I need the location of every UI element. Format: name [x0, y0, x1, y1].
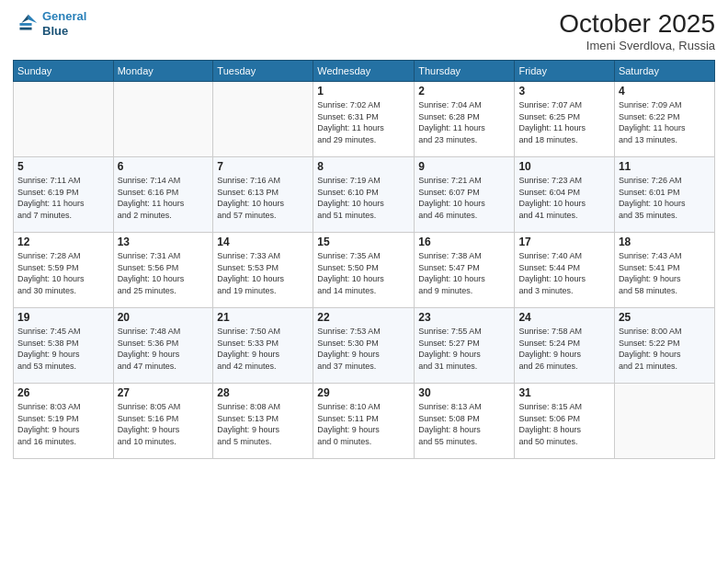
month-title: October 2025	[559, 9, 715, 39]
table-row: 17Sunrise: 7:40 AM Sunset: 5:44 PM Dayli…	[515, 233, 614, 308]
table-row: 20Sunrise: 7:48 AM Sunset: 5:36 PM Dayli…	[113, 308, 213, 384]
col-monday: Monday	[113, 61, 213, 82]
day-number: 2	[418, 85, 510, 98]
location: Imeni Sverdlova, Russia	[559, 39, 715, 52]
day-info: Sunrise: 7:14 AM Sunset: 6:16 PM Dayligh…	[118, 175, 210, 221]
day-number: 11	[619, 160, 711, 173]
svg-rect-3	[19, 27, 31, 29]
day-info: Sunrise: 8:05 AM Sunset: 5:16 PM Dayligh…	[118, 401, 210, 447]
day-number: 14	[217, 236, 309, 248]
table-row: 29Sunrise: 8:10 AM Sunset: 5:11 PM Dayli…	[313, 384, 415, 459]
day-info: Sunrise: 7:26 AM Sunset: 6:01 PM Dayligh…	[619, 175, 711, 221]
day-number: 13	[118, 236, 210, 248]
table-row: 11Sunrise: 7:26 AM Sunset: 6:01 PM Dayli…	[614, 157, 714, 233]
table-row: 9Sunrise: 7:21 AM Sunset: 6:07 PM Daylig…	[415, 157, 515, 233]
table-row: 27Sunrise: 8:05 AM Sunset: 5:16 PM Dayli…	[113, 384, 213, 459]
day-number: 21	[217, 311, 309, 324]
table-row: 22Sunrise: 7:53 AM Sunset: 5:30 PM Dayli…	[313, 308, 415, 384]
day-info: Sunrise: 7:09 AM Sunset: 6:22 PM Dayligh…	[619, 99, 711, 145]
day-info: Sunrise: 7:02 AM Sunset: 6:31 PM Dayligh…	[317, 99, 410, 145]
day-info: Sunrise: 7:04 AM Sunset: 6:28 PM Dayligh…	[418, 99, 510, 145]
table-row: 7Sunrise: 7:16 AM Sunset: 6:13 PM Daylig…	[213, 157, 313, 233]
day-info: Sunrise: 7:16 AM Sunset: 6:13 PM Dayligh…	[217, 175, 309, 221]
svg-rect-2	[19, 23, 31, 26]
table-row: 6Sunrise: 7:14 AM Sunset: 6:16 PM Daylig…	[113, 157, 213, 233]
day-info: Sunrise: 8:03 AM Sunset: 5:19 PM Dayligh…	[17, 401, 109, 447]
calendar-week-row: 1Sunrise: 7:02 AM Sunset: 6:31 PM Daylig…	[14, 82, 715, 157]
table-row: 21Sunrise: 7:50 AM Sunset: 5:33 PM Dayli…	[213, 308, 313, 384]
day-info: Sunrise: 7:43 AM Sunset: 5:41 PM Dayligh…	[619, 250, 711, 296]
day-number: 30	[418, 386, 510, 399]
day-info: Sunrise: 7:53 AM Sunset: 5:30 PM Dayligh…	[317, 326, 410, 372]
col-friday: Friday	[515, 61, 614, 82]
day-number: 10	[518, 160, 609, 173]
day-info: Sunrise: 7:35 AM Sunset: 5:50 PM Dayligh…	[317, 250, 410, 296]
svg-marker-0	[28, 14, 37, 22]
table-row	[213, 82, 313, 157]
day-info: Sunrise: 8:00 AM Sunset: 5:22 PM Dayligh…	[619, 326, 711, 372]
calendar-week-row: 12Sunrise: 7:28 AM Sunset: 5:59 PM Dayli…	[14, 233, 715, 308]
table-row: 28Sunrise: 8:08 AM Sunset: 5:13 PM Dayli…	[213, 384, 313, 459]
day-info: Sunrise: 7:07 AM Sunset: 6:25 PM Dayligh…	[518, 99, 609, 145]
logo: General Blue	[13, 9, 86, 38]
col-sunday: Sunday	[14, 61, 114, 82]
day-info: Sunrise: 8:10 AM Sunset: 5:11 PM Dayligh…	[317, 401, 410, 447]
title-section: October 2025 Imeni Sverdlova, Russia	[559, 9, 715, 52]
table-row	[14, 82, 114, 157]
calendar: Sunday Monday Tuesday Wednesday Thursday…	[13, 60, 715, 459]
col-thursday: Thursday	[415, 61, 515, 82]
table-row: 4Sunrise: 7:09 AM Sunset: 6:22 PM Daylig…	[614, 82, 714, 157]
day-number: 9	[418, 160, 510, 173]
day-number: 17	[518, 236, 609, 248]
day-number: 25	[619, 311, 711, 324]
day-number: 31	[518, 386, 609, 399]
header: General Blue October 2025 Imeni Sverdlov…	[13, 9, 715, 52]
day-number: 27	[118, 386, 210, 399]
table-row: 24Sunrise: 7:58 AM Sunset: 5:24 PM Dayli…	[515, 308, 614, 384]
day-info: Sunrise: 7:31 AM Sunset: 5:56 PM Dayligh…	[118, 250, 210, 296]
table-row: 2Sunrise: 7:04 AM Sunset: 6:28 PM Daylig…	[415, 82, 515, 157]
day-info: Sunrise: 7:45 AM Sunset: 5:38 PM Dayligh…	[17, 326, 109, 372]
day-number: 3	[518, 85, 609, 98]
day-number: 20	[118, 311, 210, 324]
day-info: Sunrise: 7:58 AM Sunset: 5:24 PM Dayligh…	[518, 326, 609, 372]
day-info: Sunrise: 8:13 AM Sunset: 5:08 PM Dayligh…	[418, 401, 510, 447]
day-number: 16	[418, 236, 510, 248]
day-number: 4	[619, 85, 711, 98]
table-row: 15Sunrise: 7:35 AM Sunset: 5:50 PM Dayli…	[313, 233, 415, 308]
table-row: 25Sunrise: 8:00 AM Sunset: 5:22 PM Dayli…	[614, 308, 714, 384]
table-row: 30Sunrise: 8:13 AM Sunset: 5:08 PM Dayli…	[415, 384, 515, 459]
day-number: 28	[217, 386, 309, 399]
calendar-header-row: Sunday Monday Tuesday Wednesday Thursday…	[14, 61, 715, 82]
table-row: 16Sunrise: 7:38 AM Sunset: 5:47 PM Dayli…	[415, 233, 515, 308]
day-number: 12	[17, 236, 109, 248]
day-number: 1	[317, 85, 410, 98]
day-number: 6	[118, 160, 210, 173]
table-row	[113, 82, 213, 157]
day-number: 5	[17, 160, 109, 173]
calendar-week-row: 19Sunrise: 7:45 AM Sunset: 5:38 PM Dayli…	[14, 308, 715, 384]
day-number: 18	[619, 236, 711, 248]
table-row: 26Sunrise: 8:03 AM Sunset: 5:19 PM Dayli…	[14, 384, 114, 459]
calendar-week-row: 26Sunrise: 8:03 AM Sunset: 5:19 PM Dayli…	[14, 384, 715, 459]
day-info: Sunrise: 8:15 AM Sunset: 5:06 PM Dayligh…	[518, 401, 609, 447]
day-number: 7	[217, 160, 309, 173]
day-number: 26	[17, 386, 109, 399]
day-number: 29	[317, 386, 410, 399]
day-number: 8	[317, 160, 410, 173]
day-info: Sunrise: 7:50 AM Sunset: 5:33 PM Dayligh…	[217, 326, 309, 372]
svg-marker-1	[21, 14, 28, 22]
calendar-week-row: 5Sunrise: 7:11 AM Sunset: 6:19 PM Daylig…	[14, 157, 715, 233]
day-info: Sunrise: 7:28 AM Sunset: 5:59 PM Dayligh…	[17, 250, 109, 296]
day-info: Sunrise: 7:11 AM Sunset: 6:19 PM Dayligh…	[17, 175, 109, 221]
day-number: 22	[317, 311, 410, 324]
table-row: 10Sunrise: 7:23 AM Sunset: 6:04 PM Dayli…	[515, 157, 614, 233]
table-row: 23Sunrise: 7:55 AM Sunset: 5:27 PM Dayli…	[415, 308, 515, 384]
table-row: 19Sunrise: 7:45 AM Sunset: 5:38 PM Dayli…	[14, 308, 114, 384]
table-row: 3Sunrise: 7:07 AM Sunset: 6:25 PM Daylig…	[515, 82, 614, 157]
day-info: Sunrise: 7:33 AM Sunset: 5:53 PM Dayligh…	[217, 250, 309, 296]
table-row: 18Sunrise: 7:43 AM Sunset: 5:41 PM Dayli…	[614, 233, 714, 308]
table-row: 14Sunrise: 7:33 AM Sunset: 5:53 PM Dayli…	[213, 233, 313, 308]
table-row: 5Sunrise: 7:11 AM Sunset: 6:19 PM Daylig…	[14, 157, 114, 233]
col-saturday: Saturday	[614, 61, 714, 82]
